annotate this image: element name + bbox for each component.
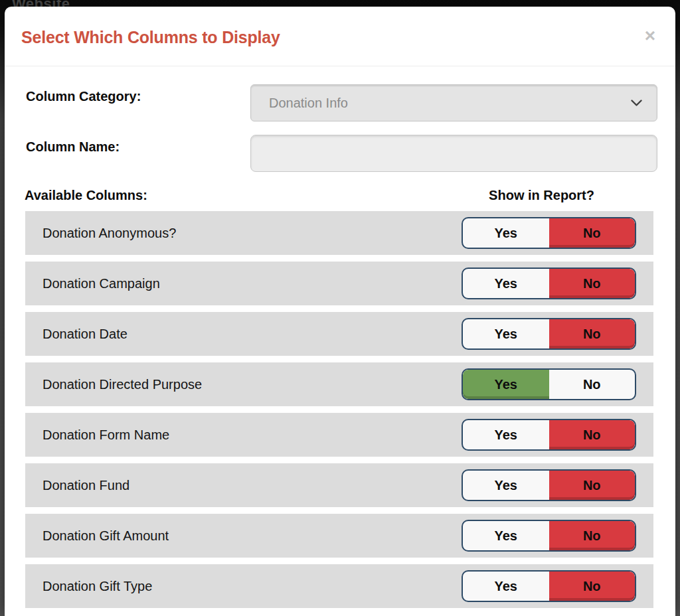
column-name-label: Column Name: (21, 135, 250, 155)
column-row: Donation Gift TypeYesNo (25, 564, 653, 608)
modal-title: Select Which Columns to Display (21, 27, 655, 47)
column-label: Donation Anonymous? (42, 226, 176, 241)
no-button[interactable]: No (549, 521, 636, 550)
no-button[interactable]: No (549, 269, 636, 298)
no-button[interactable]: No (549, 471, 636, 500)
column-name-row: Column Name: (21, 135, 657, 172)
list-header: Available Columns: Show in Report? (21, 188, 657, 203)
yes-button[interactable]: Yes (463, 471, 549, 500)
show-toggle: YesNo (462, 469, 636, 501)
close-button[interactable]: × (645, 27, 655, 45)
column-category-row: Column Category: Donation Info (21, 84, 657, 121)
show-toggle: YesNo (462, 268, 636, 299)
column-row: Donation CampaignYesNo (25, 262, 653, 305)
chevron-down-icon (631, 100, 642, 107)
yes-button[interactable]: Yes (463, 269, 549, 298)
show-toggle: YesNo (462, 318, 636, 350)
show-toggle: YesNo (462, 520, 636, 552)
modal-body: Column Category: Donation Info Column Na… (5, 66, 675, 608)
yes-button[interactable]: Yes (463, 370, 549, 399)
yes-button[interactable]: Yes (463, 420, 549, 449)
available-columns-heading: Available Columns: (21, 188, 147, 203)
column-label: Donation Form Name (42, 427, 169, 443)
column-label: Donation Gift Amount (42, 528, 169, 544)
column-row: Donation Gift AmountYesNo (25, 514, 653, 558)
no-button[interactable]: No (549, 420, 636, 449)
no-button[interactable]: No (549, 319, 636, 348)
column-label: Donation Campaign (42, 276, 160, 291)
column-name-input[interactable] (250, 135, 657, 172)
column-row: Donation Form NameYesNo (25, 413, 653, 457)
column-row: Donation Directed PurposeYesNo (25, 362, 653, 406)
no-button[interactable]: No (549, 572, 636, 601)
column-category-value: Donation Info (269, 96, 631, 111)
columns-modal: Select Which Columns to Display × Column… (5, 7, 675, 616)
yes-button[interactable]: Yes (463, 218, 549, 248)
show-toggle: YesNo (462, 570, 636, 602)
column-row: Donation Anonymous?YesNo (25, 211, 653, 255)
available-columns-list: Donation Anonymous?YesNoDonation Campaig… (25, 211, 653, 608)
column-category-select[interactable]: Donation Info (250, 84, 657, 121)
column-label: Donation Fund (42, 478, 129, 493)
show-toggle: YesNo (462, 419, 636, 451)
modal-header: Select Which Columns to Display × (5, 7, 675, 66)
column-category-label: Column Category: (21, 84, 250, 104)
show-toggle: YesNo (462, 368, 636, 400)
no-button[interactable]: No (549, 370, 636, 399)
column-label: Donation Date (42, 327, 128, 342)
yes-button[interactable]: Yes (463, 319, 549, 348)
column-row: Donation DateYesNo (25, 312, 653, 356)
close-icon: × (645, 25, 655, 46)
column-row: Donation FundYesNo (25, 463, 653, 507)
column-label: Donation Gift Type (42, 579, 152, 594)
column-label: Donation Directed Purpose (42, 377, 202, 392)
yes-button[interactable]: Yes (463, 572, 549, 601)
show-toggle: YesNo (462, 217, 636, 249)
show-in-report-heading: Show in Report? (489, 188, 594, 203)
yes-button[interactable]: Yes (463, 521, 549, 550)
no-button[interactable]: No (549, 218, 636, 248)
